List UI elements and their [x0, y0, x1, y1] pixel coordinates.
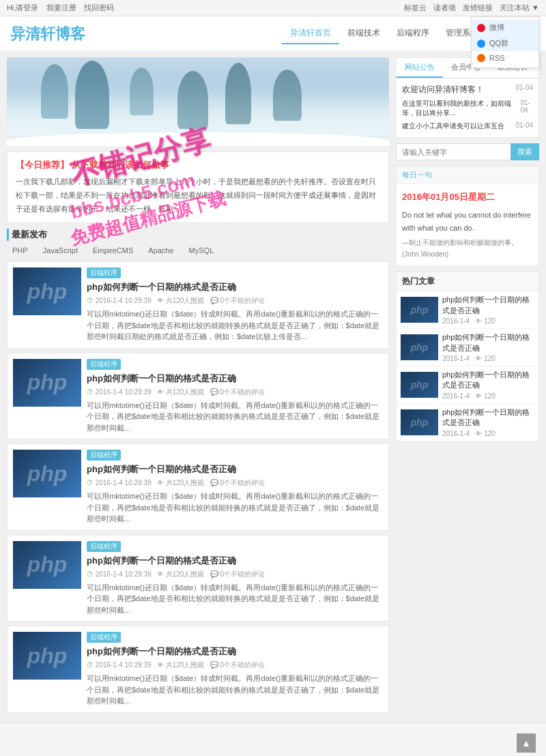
post-thumbnail: php	[13, 267, 81, 315]
login-link[interactable]: Hi,请登录	[7, 3, 38, 12]
post-category-tag[interactable]: 后端程序	[87, 632, 121, 643]
rss-label: RSS	[489, 54, 505, 62]
post-content: 后端程序 php如何判断一个日期的格式是否正确 ⏱ 2016-1-4 10:29…	[87, 541, 383, 616]
post-content: 后端程序 php如何判断一个日期的格式是否正确 ⏱ 2016-1-4 10:29…	[87, 359, 383, 434]
banner-dot-3[interactable]	[203, 139, 207, 143]
tab-mysql[interactable]: MySQL	[184, 245, 220, 256]
post-category-tag[interactable]: 后端程序	[87, 267, 121, 278]
search-input[interactable]	[396, 143, 511, 160]
follow-label[interactable]: 关注本站 ▼	[500, 3, 539, 12]
register-link[interactable]: 我要注册	[46, 3, 76, 12]
hot-post-title[interactable]: php如何判断一个日期的格式是否正确	[442, 370, 534, 391]
forgot-link[interactable]: 找回密码	[84, 3, 114, 12]
tab-empirecms[interactable]: EmpireCMS	[87, 245, 139, 256]
hot-post-meta: 2016-1-4 👁 120	[442, 317, 534, 325]
post-title[interactable]: php如何判断一个日期的格式是否正确	[87, 373, 383, 385]
follow-weibo[interactable]: 微博	[472, 20, 538, 35]
readers-link[interactable]: 读者墙	[433, 3, 456, 13]
nav-home[interactable]: 异清轩首页	[282, 23, 339, 44]
banner-dots	[189, 139, 207, 143]
weibo-icon	[477, 24, 485, 32]
post-title[interactable]: php如何判断一个日期的格式是否正确	[87, 645, 383, 658]
tab-javascript[interactable]: JavaScript	[38, 245, 83, 256]
post-category-tag[interactable]: 后端程序	[87, 541, 121, 552]
hot-post-item: php php如何判断一个日期的格式是否正确 2016-1-4 👁 120	[397, 404, 538, 441]
notice-text: 在这里可以看到我的新技术，如前端等，目以将分享...	[402, 99, 520, 118]
post-content: 后端程序 php如何判断一个日期的格式是否正确 ⏱ 2016-1-4 10:29…	[87, 632, 383, 707]
hot-thumb-text: php	[411, 379, 429, 390]
post-item: php 后端程序 php如何判断一个日期的格式是否正确 ⏱ 2016-1-4 1…	[7, 444, 389, 531]
nav-frontend[interactable]: 前端技术	[339, 23, 388, 44]
post-title[interactable]: php如何判断一个日期的格式是否正确	[87, 463, 383, 476]
search-button[interactable]: 搜索	[511, 143, 539, 160]
footer: ▲ © 2016 YLSAT.COM 豫ICP备20251109-4 网站地图	[0, 723, 546, 756]
follow-dropdown: 微博 QQ群 RSS	[471, 16, 539, 68]
notice-text: 欢迎访问异清轩博客！	[402, 84, 484, 96]
post-title[interactable]: php如何判断一个日期的格式是否正确	[87, 281, 383, 293]
post-category-tag[interactable]: 后端程序	[87, 359, 121, 370]
back-to-top-button[interactable]: ▲	[517, 733, 536, 753]
post-item: php 后端程序 php如何判断一个日期的格式是否正确 ⏱ 2016-1-4 1…	[7, 535, 389, 622]
banner-dot-2[interactable]	[196, 139, 200, 143]
notice-date: 01-04	[520, 99, 533, 118]
hot-post-title[interactable]: php如何判断一个日期的格式是否正确	[442, 332, 534, 353]
qq-icon	[477, 40, 485, 48]
notice-date: 01-04	[515, 84, 533, 96]
nav-backend[interactable]: 后端程序	[388, 23, 437, 44]
post-thumbnail: php	[13, 541, 81, 589]
post-excerpt: 可以用mktotime()还日期（$date）转成时间截。再用date()重新截…	[87, 308, 383, 343]
featured-post: 【今日推荐】 从下载着我们该如何做事 一次我下载几部影，发现后漏刚才下载未部单导…	[7, 151, 389, 223]
post-thumbnail: php	[13, 632, 81, 680]
hot-thumb-text: php	[411, 342, 429, 353]
follow-qq[interactable]: QQ群	[472, 35, 538, 51]
post-item: php 后端程序 php如何判断一个日期的格式是否正确 ⏱ 2016-1-4 1…	[7, 353, 389, 440]
post-excerpt: 可以用mktotime()还日期（$date）转成时间截。再用date()重新截…	[87, 491, 383, 525]
tab-apache[interactable]: Apache	[143, 245, 179, 256]
daily-quote-text: Do not let what you cannot do interfere …	[402, 209, 533, 234]
post-meta: ⏱ 2016-1-4 10:29:39 👁 共120人围观 💬 0个不错的评论	[87, 660, 383, 670]
sidebar-tab-notice[interactable]: 网站公告	[397, 58, 443, 78]
hot-post-info: php如何判断一个日期的格式是否正确 2016-1-4 👁 120	[442, 295, 534, 325]
section-title: 最新发布	[7, 229, 389, 241]
daily-date: 2016年01月05日星期二	[402, 190, 533, 205]
tags-link[interactable]: 标签云	[404, 3, 427, 13]
daily-quote-body: 2016年01月05日星期二 Do not let what you canno…	[397, 184, 538, 265]
error-link[interactable]: 发错链接	[463, 3, 493, 13]
sidebar-notice-section: 网站公告 会员中心 联系站长 欢迎访问异清轩博客！ 01-04 在这里可以看到我…	[396, 57, 539, 138]
hot-post-meta: 2016-1-4 👁 120	[442, 430, 534, 437]
hot-post-meta: 2016-1-4 👁 120	[442, 392, 534, 400]
banner-dot-1[interactable]	[189, 139, 193, 143]
follow-rss[interactable]: RSS	[472, 51, 538, 65]
post-item: php 后端程序 php如何判断一个日期的格式是否正确 ⏱ 2016-1-4 1…	[7, 261, 389, 349]
post-category-tag[interactable]: 后端程序	[87, 450, 121, 461]
logo: 异清轩博客	[10, 24, 85, 44]
daily-quote-author: —制止不能做的影响和积极能做的事。(John Wooden)	[402, 237, 533, 260]
post-title[interactable]: php如何判断一个日期的格式是否正确	[87, 555, 383, 567]
post-item: php 后端程序 php如何判断一个日期的格式是否正确 ⏱ 2016-1-4 1…	[7, 626, 389, 713]
hot-thumb: php	[401, 334, 438, 360]
featured-text: 一次我下载几部影，发现后漏刚才下载未部单导上几个小时，于是我把最想看的的个先轩推…	[16, 175, 380, 216]
hot-posts-section: 热门文章 php php如何判断一个日期的格式是否正确 2016-1-4 👁 1…	[396, 272, 539, 441]
post-content: 后端程序 php如何判断一个日期的格式是否正确 ⏱ 2016-1-4 10:29…	[87, 450, 383, 525]
banner-image	[7, 57, 389, 146]
post-meta: ⏱ 2016-1-4 10:29:39 👁 共120人围观 💬 0个不错的评论	[87, 570, 383, 579]
top-bar-right: 标签云 读者墙 发错链接 关注本站 ▼ 微博 QQ群 RSS	[404, 3, 539, 13]
post-meta: ⏱ 2016-1-4 10:29:39 👁 共120人围观 💬 0个不错的评论	[87, 388, 383, 397]
rss-icon	[477, 54, 485, 62]
hot-thumb: php	[401, 372, 438, 398]
tab-php[interactable]: PHP	[7, 245, 33, 256]
search-box: 搜索	[396, 143, 539, 160]
hot-post-title[interactable]: php如何判断一个日期的格式是否正确	[442, 295, 534, 316]
hot-post-item: php php如何判断一个日期的格式是否正确 2016-1-4 👁 120	[397, 291, 538, 329]
thumb-text: php	[27, 552, 68, 577]
hot-post-info: php如何判断一个日期的格式是否正确 2016-1-4 👁 120	[442, 370, 534, 400]
featured-tag: 【今日推荐】	[16, 160, 69, 170]
notice-item: 在这里可以看到我的新技术，如前端等，目以将分享... 01-04	[402, 98, 533, 120]
follow-dropdown-container[interactable]: 关注本站 ▼ 微博 QQ群 RSS	[500, 3, 539, 13]
hot-post-title[interactable]: php如何判断一个日期的格式是否正确	[442, 407, 534, 428]
post-meta: ⏱ 2016-1-4 10:29:39 👁 共120人围观 💬 0个不错的评论	[87, 296, 383, 306]
post-content: 后端程序 php如何判断一个日期的格式是否正确 ⏱ 2016-1-4 10:29…	[87, 267, 383, 343]
post-thumbnail: php	[13, 450, 81, 497]
featured-post-title[interactable]: 从下载着我们该如何做事	[72, 160, 169, 170]
post-excerpt: 可以用mktotime()还日期（$date）转成时间截。再用date()重新截…	[87, 673, 383, 707]
